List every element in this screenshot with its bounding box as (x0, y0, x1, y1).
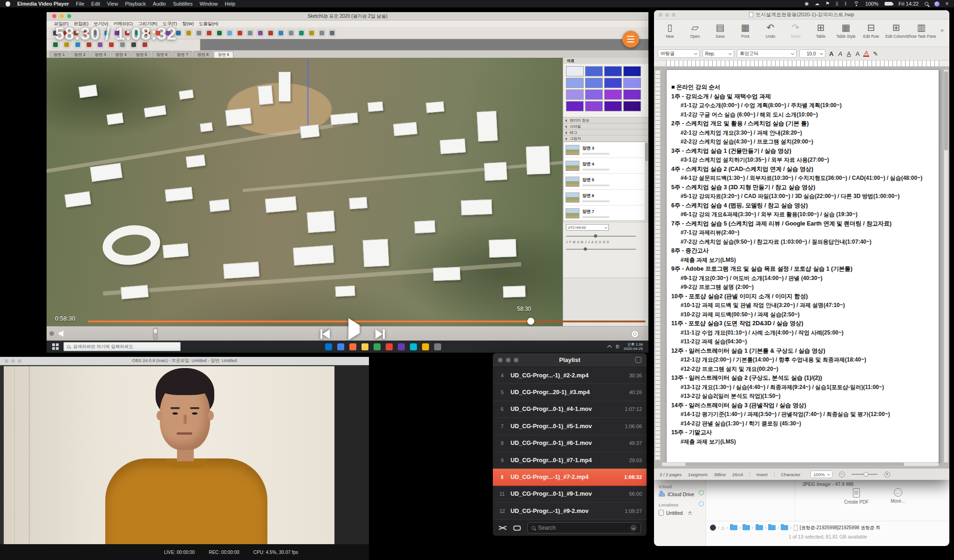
document-page[interactable]: ■ 온라인 강의 순서1주 - 강의소개 / 실습 및 재택수업 과제#1-1강… (666, 69, 939, 463)
character-mode-label[interactable]: Character (781, 472, 801, 477)
color-swatch[interactable] (623, 66, 641, 76)
zoom-button[interactable] (514, 358, 518, 362)
minimize-button[interactable] (665, 13, 669, 17)
sketchup-tool-icon[interactable] (328, 29, 336, 37)
color-swatch[interactable] (623, 78, 641, 88)
taskbar-app-icon[interactable] (434, 343, 441, 350)
player-settings-icon[interactable] (632, 331, 638, 337)
scene-list-item[interactable]: 장면 6 (564, 190, 645, 205)
sketchup-tool-icon[interactable] (225, 29, 234, 37)
close-button[interactable] (5, 359, 8, 363)
notification-center-icon[interactable]: ≡ (946, 1, 948, 6)
hwp-toolbar-button[interactable]: ▱ Open (683, 22, 707, 39)
timezone-dropdown[interactable]: UTC+09:00 (566, 224, 609, 231)
player-aux-button[interactable] (49, 331, 54, 336)
color-swatch[interactable] (566, 101, 584, 111)
minimize-button[interactable] (506, 358, 511, 362)
sketchup-tool-icon[interactable] (184, 29, 193, 37)
sketchup-tool-icon[interactable] (215, 29, 224, 37)
sketchup-3d-viewport[interactable] (47, 58, 563, 326)
zoom-out-button[interactable]: − (839, 471, 845, 478)
playlist-row[interactable]: 9 UD_CG-Progr...0-1)_#7-1.mp4 29:03 (493, 452, 647, 469)
sketchup-tool-icon[interactable] (195, 29, 203, 37)
taskbar-app-icon[interactable] (361, 343, 368, 350)
sketchup-tool-icon[interactable] (246, 29, 254, 37)
obs-tray-icon[interactable]: ◉ (804, 1, 809, 6)
taskbar-app-icon[interactable] (410, 343, 417, 350)
color-swatch[interactable] (604, 66, 622, 76)
windows-search-box[interactable]: 검색하려면 여기에 입력하세요 (63, 342, 181, 351)
hwp-toolbar-button[interactable]: ▦ Print (733, 22, 757, 39)
font-color-button[interactable]: A (863, 50, 869, 57)
color-swatch[interactable] (566, 78, 584, 88)
insert-mode-label[interactable]: Insert (756, 472, 768, 477)
tray-section-header[interactable]: 그림자 (563, 136, 648, 142)
minimize-button[interactable] (11, 359, 15, 363)
taskbar-app-icon[interactable] (325, 343, 332, 350)
menu-item[interactable]: Audio (153, 1, 166, 7)
playlist-row[interactable]: 7 UD_CG-Progr...0-1)_#5-1.mov 1:06:06 (493, 418, 647, 435)
bookmark-tray-icon[interactable]: ⚑ (825, 1, 830, 6)
playlist-row[interactable]: 6 UD_CG-Progr...0-1)_#4-1.mov 1:07:12 (493, 401, 647, 418)
time-slider[interactable] (566, 234, 646, 239)
close-button[interactable] (52, 14, 56, 18)
style-set-dropdown[interactable]: Rep. (702, 49, 734, 58)
hwp-toolbar-button[interactable]: ↶ Undo (758, 22, 783, 39)
menu-item[interactable]: Edit (91, 1, 100, 7)
hwp-toolbar-button[interactable]: ▤ Save (708, 22, 732, 39)
zoom-slider[interactable] (852, 474, 878, 475)
windows-start-icon[interactable] (52, 343, 59, 350)
hwp-toolbar-button[interactable]: ↷ Redo (784, 22, 808, 39)
play-button[interactable] (348, 325, 360, 334)
scene-list-item[interactable]: 장면 7 (564, 205, 645, 221)
shuffle-icon[interactable] (498, 525, 507, 531)
sketchup-tool-icon[interactable] (277, 29, 285, 37)
zoom-level-dropdown[interactable]: 100% (811, 471, 832, 478)
menu-bar-clock[interactable]: Fri 14:22 (899, 1, 919, 7)
volume-icon[interactable] (710, 525, 716, 531)
search-scope-chevron-icon[interactable] (630, 525, 637, 531)
hwp-toolbar-button[interactable]: ⊞ Table (809, 22, 833, 39)
sketchup-tool-icon[interactable] (236, 29, 244, 37)
zoom-button[interactable] (672, 13, 675, 17)
scene-tab[interactable]: 장면 6 (152, 51, 171, 58)
cloud-tray-icon[interactable]: ☁ (815, 1, 819, 6)
color-swatch[interactable] (604, 89, 622, 100)
hwp-toolbar-button[interactable]: ▥ Show Task Pane (909, 22, 934, 39)
scenes-scrollbar[interactable] (645, 142, 648, 221)
scene-tab[interactable]: 장면 2 (70, 51, 89, 58)
scene-tab[interactable]: 장면 4 (111, 51, 130, 58)
tray-section-header[interactable]: 스타일 (563, 123, 648, 130)
device-tray-icon[interactable]: ▯ (836, 1, 838, 6)
playlist-row[interactable]: 12 UD_CG-Progr...-1)_#9-2.mov 1:09:27 (493, 503, 647, 519)
tray-section-header[interactable]: 태그 (563, 130, 648, 136)
sidebar-item-untitled-volume[interactable]: Untitled (659, 510, 706, 516)
scene-tab[interactable]: 장면 7 (173, 51, 192, 58)
highlight-button[interactable]: ✎ (872, 50, 879, 57)
underline-button[interactable]: A (846, 50, 852, 57)
hwp-toolbar-button[interactable]: ⊞ Edit Column (884, 22, 908, 39)
menu-item[interactable]: View (107, 1, 118, 7)
scene-tab[interactable]: 장면 8 (193, 51, 213, 58)
sketchup-tool-icon[interactable] (266, 29, 275, 37)
menu-item[interactable]: Playback (125, 1, 146, 7)
date-slider[interactable] (566, 247, 646, 252)
taskbar-clock[interactable]: 오후 1:39 2020-04-25 (624, 342, 643, 351)
taskbar-app-icon[interactable] (349, 343, 356, 350)
bold-button[interactable]: A (828, 50, 834, 57)
taskbar-app-icon[interactable] (337, 343, 344, 350)
scene-tab[interactable]: 장면 9 (214, 51, 233, 58)
toolbar-overflow-chevron[interactable]: » (940, 27, 947, 34)
zoom-slider-handle[interactable] (864, 472, 868, 477)
volume-icon[interactable] (59, 330, 63, 337)
previous-track-button[interactable] (320, 329, 330, 339)
taskbar-app-icon[interactable] (374, 343, 381, 350)
hwp-toolbar-button[interactable]: ▦ Table Style (834, 22, 858, 39)
zoom-button[interactable] (67, 14, 71, 18)
color-swatch[interactable] (604, 78, 622, 88)
menu-item[interactable]: Help (225, 1, 236, 7)
color-swatch[interactable] (566, 66, 584, 76)
sketchup-tool-icon[interactable] (287, 29, 295, 37)
scene-tab[interactable]: 장면 5 (131, 51, 151, 58)
playlist-row[interactable]: 11 UD_CG-Progr...0-1)_#9-1.mov 56:00 (493, 486, 647, 503)
